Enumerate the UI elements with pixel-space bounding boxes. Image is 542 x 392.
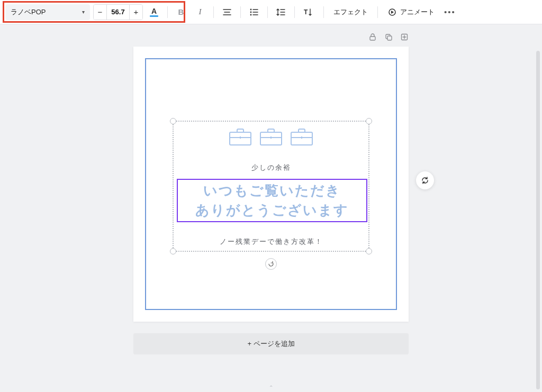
page-action-bar — [133, 33, 409, 43]
briefcase-row — [174, 127, 368, 146]
font-size-increase-button[interactable]: + — [130, 5, 142, 20]
svg-rect-5 — [370, 37, 375, 40]
text-color-letter: A — [151, 7, 157, 15]
align-button[interactable] — [219, 4, 235, 20]
separator — [294, 6, 295, 18]
vertical-text-icon: T — [303, 7, 315, 17]
resize-handle-tr[interactable] — [366, 118, 372, 124]
animate-button[interactable]: アニメート — [383, 7, 439, 17]
refresh-icon — [421, 176, 429, 185]
resize-handle-bl[interactable] — [170, 248, 176, 254]
svg-point-1 — [250, 11, 252, 13]
more-button[interactable]: ••• — [442, 4, 458, 20]
add-page-button[interactable] — [400, 33, 409, 43]
design-page[interactable]: 少しの余裕 いつもご覧いただき ありがとうございます ノー残業デーで働き方改革！ — [133, 47, 409, 322]
briefcase-icon — [290, 127, 313, 146]
list-button[interactable] — [246, 4, 262, 20]
refresh-button[interactable] — [416, 171, 434, 189]
svg-point-2 — [250, 14, 252, 15]
resize-handle-br[interactable] — [366, 248, 372, 254]
font-family-select[interactable]: ラノベPOP ▾ — [5, 4, 90, 20]
text-toolbar: ラノベPOP ▾ − 56.7 + A B I T エフェクト アニメート ••… — [0, 0, 542, 24]
main-text-line-2: ありがとうございます — [195, 201, 349, 220]
vertical-text-button[interactable]: T — [300, 4, 318, 20]
add-page-icon — [400, 33, 409, 41]
briefcase-icon — [229, 127, 252, 146]
svg-point-0 — [250, 8, 252, 10]
font-size-decrease-button[interactable]: − — [94, 5, 106, 20]
svg-rect-7 — [387, 36, 392, 40]
text-color-button[interactable]: A — [146, 4, 162, 20]
separator — [167, 6, 168, 18]
italic-button[interactable]: I — [192, 4, 208, 20]
canvas-workspace: 少しの余裕 いつもご覧いただき ありがとうございます ノー残業デーで働き方改革！… — [0, 24, 542, 392]
vertical-scrollbar[interactable] — [536, 51, 540, 389]
align-center-icon — [222, 7, 232, 17]
caption-top[interactable]: 少しの余裕 — [174, 163, 368, 172]
separator — [323, 6, 324, 18]
main-text-line-1: いつもご覧いただき — [203, 181, 341, 200]
lock-icon — [368, 33, 377, 41]
lock-page-button[interactable] — [368, 33, 377, 43]
resize-handle-tl[interactable] — [170, 118, 176, 124]
rotate-icon — [268, 261, 274, 267]
selected-text-element[interactable]: いつもご覧いただき ありがとうございます — [177, 179, 367, 222]
bullet-list-icon — [249, 7, 259, 17]
selected-group[interactable]: 少しの余裕 いつもご覧いただき ありがとうございます ノー残業デーで働き方改革！ — [173, 121, 369, 252]
animate-icon — [387, 7, 397, 17]
svg-text:T: T — [304, 8, 308, 16]
separator — [240, 6, 241, 18]
copy-icon — [384, 33, 393, 41]
font-family-value: ラノベPOP — [11, 7, 46, 17]
effects-button[interactable]: エフェクト — [329, 7, 372, 17]
line-spacing-icon — [276, 7, 286, 17]
text-color-swatch — [150, 15, 158, 17]
separator — [267, 6, 268, 18]
animate-label: アニメート — [400, 7, 435, 17]
rotate-handle[interactable] — [265, 258, 277, 270]
bottom-gripper[interactable]: ⌃ — [261, 385, 281, 390]
chevron-down-icon: ▾ — [82, 9, 85, 15]
duplicate-page-button[interactable] — [384, 33, 393, 43]
add-page-bar[interactable]: + ページを追加 — [133, 333, 409, 354]
caption-bottom[interactable]: ノー残業デーで働き方改革！ — [174, 237, 368, 247]
add-page-label: + ページを追加 — [247, 339, 294, 349]
briefcase-icon — [259, 127, 283, 146]
separator — [213, 6, 214, 18]
font-size-input[interactable]: 56.7 — [106, 5, 130, 20]
bold-button[interactable]: B — [173, 4, 189, 20]
spacing-button[interactable] — [273, 4, 289, 20]
separator — [377, 6, 378, 18]
font-size-stepper: − 56.7 + — [93, 4, 143, 20]
